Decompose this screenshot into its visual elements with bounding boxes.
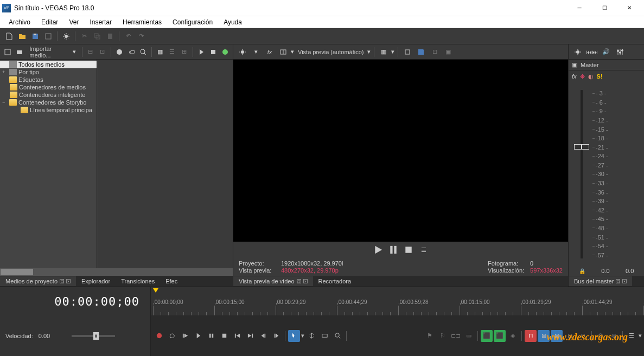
- preview-safe-icon[interactable]: ▣: [442, 46, 454, 58]
- region-icon[interactable]: ⊏⊐: [450, 330, 462, 342]
- tab-close-icon[interactable]: ×: [66, 279, 71, 283]
- preview-viewport[interactable]: [233, 60, 568, 242]
- pause-icon[interactable]: [205, 330, 217, 342]
- new-file-icon[interactable]: [3, 30, 15, 42]
- media-clean-icon[interactable]: ⊡: [97, 46, 108, 58]
- go-end-icon[interactable]: [244, 330, 256, 342]
- menu-ayuda[interactable]: Ayuda: [219, 17, 246, 27]
- zoom-edit-icon[interactable]: [318, 330, 330, 342]
- menu-insertar[interactable]: Insertar: [85, 17, 116, 27]
- tree-item-contenedores-inteligente[interactable]: Contenedores inteligente: [0, 91, 97, 99]
- play-icon[interactable]: [192, 330, 204, 342]
- record-icon[interactable]: [153, 330, 165, 342]
- prev-frame-icon[interactable]: [257, 330, 269, 342]
- preview-save-icon[interactable]: [415, 46, 427, 58]
- menu-configuracion[interactable]: Configuración: [168, 17, 217, 27]
- playhead-icon[interactable]: [153, 288, 158, 293]
- media-stop-icon[interactable]: [208, 46, 219, 58]
- master-mixer-icon[interactable]: [614, 46, 626, 58]
- redo-icon[interactable]: ↷: [135, 30, 147, 42]
- tab-maximize-icon[interactable]: □: [616, 279, 620, 283]
- next-frame-icon[interactable]: [270, 330, 282, 342]
- tab-close-icon[interactable]: ×: [622, 279, 627, 283]
- media-sort-icon[interactable]: ⊞: [179, 46, 190, 58]
- master-downmix-icon[interactable]: ⏮⏭: [586, 46, 598, 58]
- preview-split-icon[interactable]: [277, 46, 289, 58]
- minimize-button[interactable]: ─: [567, 0, 592, 16]
- tab-efectos[interactable]: Efec: [160, 276, 183, 286]
- stop-icon[interactable]: [218, 330, 230, 342]
- timecode-display[interactable]: 00:00:00;00: [0, 287, 151, 315]
- tree-item-tipo[interactable]: +Por tipo: [0, 68, 97, 76]
- play-start-icon[interactable]: [179, 330, 191, 342]
- paste-icon[interactable]: [104, 30, 116, 42]
- tab-close-icon[interactable]: ×: [303, 279, 308, 283]
- media-props-icon[interactable]: [2, 46, 13, 58]
- tab-explorador[interactable]: Explorador: [76, 276, 116, 286]
- tree-item-todos[interactable]: Todos los medios: [0, 61, 97, 68]
- velocity-handle[interactable]: ▮: [93, 332, 99, 340]
- snap-grid-icon[interactable]: ⬛: [494, 330, 506, 342]
- preview-props-icon[interactable]: [237, 46, 248, 58]
- loop-icon[interactable]: [166, 330, 178, 342]
- autoripple-icon[interactable]: ⊠: [538, 330, 550, 342]
- normal-edit-icon[interactable]: [288, 330, 300, 342]
- selection-edit-icon[interactable]: [305, 330, 317, 342]
- marker-del-icon[interactable]: ⚐: [437, 330, 449, 342]
- magnify-icon[interactable]: [331, 330, 343, 342]
- lock-icon[interactable]: 🔒: [579, 268, 585, 274]
- fx-icon[interactable]: fx: [572, 73, 577, 80]
- cut-icon[interactable]: ✂: [78, 30, 90, 42]
- master-props-icon[interactable]: [572, 46, 584, 58]
- tl-menu-icon[interactable]: ☰: [626, 330, 637, 342]
- media-remove-icon[interactable]: ⊟: [85, 46, 96, 58]
- snap-marker-icon[interactable]: ◈: [507, 330, 519, 342]
- ignore-icon[interactable]: ⊘: [577, 330, 589, 342]
- go-start-icon[interactable]: [231, 330, 243, 342]
- menu-editar[interactable]: Editar: [37, 17, 62, 27]
- stop-icon[interactable]: [403, 244, 414, 255]
- close-button[interactable]: ✕: [617, 0, 642, 16]
- media-autoplay-icon[interactable]: [220, 46, 231, 58]
- tab-maximize-icon[interactable]: □: [60, 279, 64, 283]
- lock-env-icon[interactable]: ⊡: [564, 330, 576, 342]
- preview-grid-icon[interactable]: ▦: [378, 46, 390, 58]
- preview-hw-icon[interactable]: ▾: [250, 46, 262, 58]
- undo-icon[interactable]: ↶: [122, 30, 134, 42]
- tree-item-etiquetas[interactable]: Etiquetas: [0, 76, 97, 83]
- fx-circle-icon[interactable]: ◐: [588, 73, 594, 80]
- bypass-icon[interactable]: ⊗: [608, 330, 620, 342]
- timeline-ruler[interactable]: ,00:00:00;00,00:00:15;00,00:00:29;29,00:…: [151, 287, 644, 315]
- media-view-icon[interactable]: ▦: [155, 46, 165, 58]
- preview-mode-label[interactable]: Vista previa (automático): [296, 49, 366, 55]
- velocity-slider[interactable]: ▮: [72, 335, 115, 337]
- horizontal-scrollbar[interactable]: [0, 268, 233, 276]
- tab-transiciones[interactable]: Transiciones: [116, 276, 160, 286]
- tree-item-storyboard[interactable]: −Contenedores de Storybo: [0, 99, 97, 106]
- copy-icon[interactable]: [91, 30, 103, 42]
- tab-recortadora[interactable]: Recortadora: [313, 276, 357, 286]
- master-fader[interactable]: [571, 85, 592, 264]
- tab-medios-proyecto[interactable]: Medios de proyecto□×: [0, 276, 76, 286]
- tab-vista-previa[interactable]: Vista previa de vídeo□×: [233, 276, 313, 286]
- snap-icon[interactable]: ⬛: [481, 330, 493, 342]
- marker-add-icon[interactable]: ⚑: [424, 330, 436, 342]
- media-capture-icon[interactable]: [14, 46, 25, 58]
- properties-icon[interactable]: [60, 30, 72, 42]
- cmd-icon[interactable]: ▭: [463, 330, 475, 342]
- autocross-icon[interactable]: ⊠: [551, 330, 563, 342]
- tree-toggle-icon[interactable]: +: [2, 69, 8, 75]
- preview-copy-icon[interactable]: [401, 46, 413, 58]
- import-media-button[interactable]: Importar medio...▾: [26, 44, 79, 60]
- magnet-icon[interactable]: ⊓: [525, 330, 537, 342]
- tree-item-contenedores-medios[interactable]: Contenedores de medios: [0, 83, 97, 91]
- auto-icon[interactable]: ⚙: [595, 330, 607, 342]
- tab-bus-master[interactable]: Bus del master□×: [569, 276, 632, 286]
- media-tag-icon[interactable]: 🏷: [126, 46, 137, 58]
- fader-handle[interactable]: [574, 144, 589, 150]
- menu-herramientas[interactable]: Herramientas: [118, 17, 166, 27]
- fx-s-icon[interactable]: S!: [597, 73, 603, 80]
- save-icon[interactable]: [29, 30, 41, 42]
- tab-maximize-icon[interactable]: □: [297, 279, 301, 283]
- pause-icon[interactable]: [388, 244, 399, 255]
